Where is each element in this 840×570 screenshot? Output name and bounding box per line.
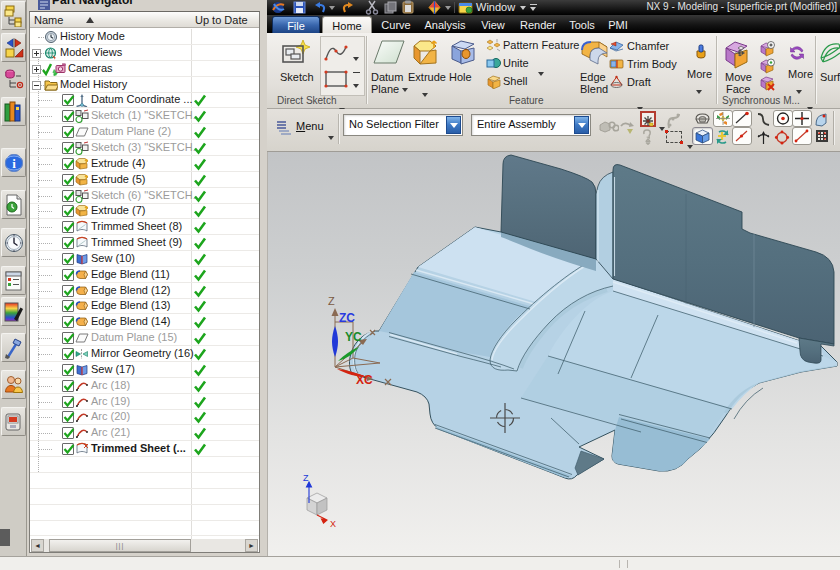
svg-text:YC: YC (345, 330, 362, 344)
svg-text:X: X (330, 519, 336, 529)
svg-text:Z: Z (303, 473, 309, 483)
svg-text:i: i (12, 156, 16, 171)
svg-text:Z: Z (328, 295, 335, 307)
svg-text:ZC: ZC (339, 311, 355, 325)
svg-text:XC: XC (356, 373, 373, 387)
